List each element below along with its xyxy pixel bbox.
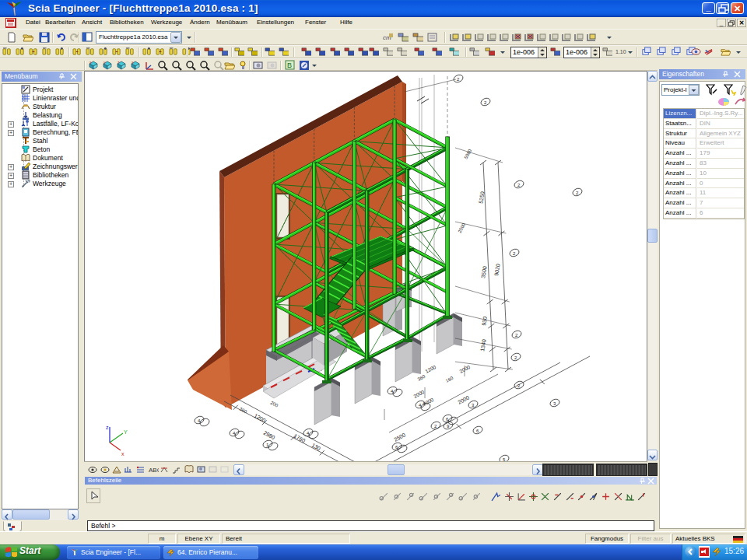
svg-text:B: B (287, 61, 292, 69)
svg-text:ABC: ABC (149, 467, 159, 474)
